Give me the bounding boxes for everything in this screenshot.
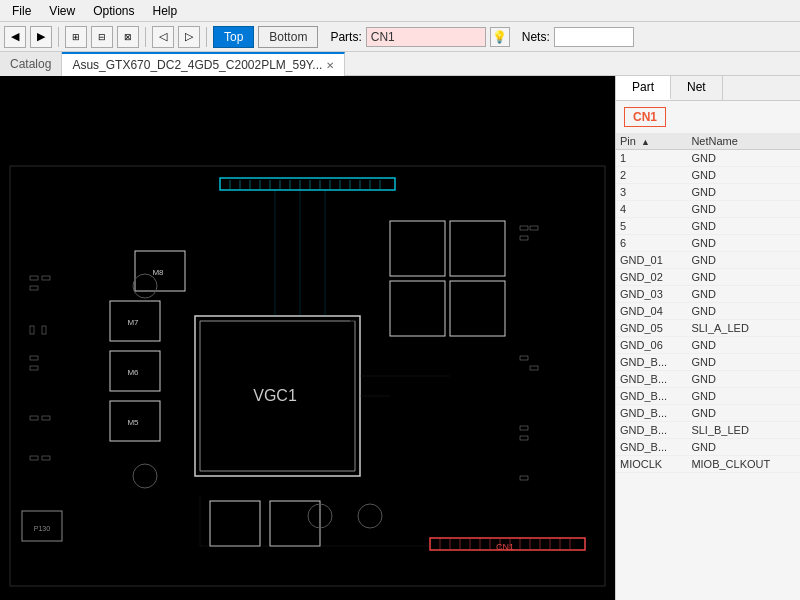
menubar: File View Options Help xyxy=(0,0,800,22)
right-panel: Part Net CN1 Pin ▲ NetName xyxy=(615,76,800,600)
tool-btn-4[interactable]: ◁ xyxy=(152,26,174,48)
pin-cell: GND_B... xyxy=(616,405,687,422)
pin-cell: 6 xyxy=(616,235,687,252)
net-cell: GND xyxy=(687,201,800,218)
table-row[interactable]: GND_B...GND xyxy=(616,439,800,456)
table-row[interactable]: GND_B...GND xyxy=(616,371,800,388)
col-netname[interactable]: NetName xyxy=(687,133,800,150)
table-row[interactable]: 4GND xyxy=(616,201,800,218)
table-row[interactable]: GND_B...GND xyxy=(616,405,800,422)
forward-button[interactable]: ▶ xyxy=(30,26,52,48)
table-row[interactable]: GND_03GND xyxy=(616,286,800,303)
separator-3 xyxy=(206,27,207,47)
pin-cell: GND_B... xyxy=(616,439,687,456)
table-row[interactable]: 3GND xyxy=(616,184,800,201)
svg-text:P130: P130 xyxy=(34,525,50,532)
net-table[interactable]: Pin ▲ NetName 1GND2GND3GND4GND5GND6GNDGN… xyxy=(616,133,800,600)
pin-cell: GND_B... xyxy=(616,371,687,388)
back-button[interactable]: ◀ xyxy=(4,26,26,48)
menu-file[interactable]: File xyxy=(4,2,39,20)
col-pin[interactable]: Pin ▲ xyxy=(616,133,687,150)
net-cell: GND xyxy=(687,371,800,388)
net-cell: GND xyxy=(687,439,800,456)
tab-catalog[interactable]: Catalog xyxy=(0,52,62,76)
nets-label: Nets: xyxy=(522,30,550,44)
part-badge: CN1 xyxy=(624,107,666,127)
pin-cell: GND_B... xyxy=(616,422,687,439)
pin-cell: GND_06 xyxy=(616,337,687,354)
pin-cell: GND_04 xyxy=(616,303,687,320)
separator-2 xyxy=(145,27,146,47)
net-cell: GND xyxy=(687,337,800,354)
svg-text:M5: M5 xyxy=(127,418,139,427)
pin-cell: GND_01 xyxy=(616,252,687,269)
part-name-section: CN1 xyxy=(616,101,800,133)
table-row[interactable]: GND_B...SLI_B_LED xyxy=(616,422,800,439)
pin-cell: 4 xyxy=(616,201,687,218)
view-top-button[interactable]: Top xyxy=(213,26,254,48)
table-row[interactable]: 6GND xyxy=(616,235,800,252)
net-cell: GND xyxy=(687,269,800,286)
tab-active[interactable]: Asus_GTX670_DC2_4GD5_C2002PLM_59Y... ✕ xyxy=(62,52,345,76)
table-row[interactable]: 5GND xyxy=(616,218,800,235)
table-row[interactable]: MIOCLKMIOB_CLKOUT xyxy=(616,456,800,473)
pin-cell: GND_B... xyxy=(616,388,687,405)
table-row[interactable]: GND_B...GND xyxy=(616,354,800,371)
net-cell: SLI_A_LED xyxy=(687,320,800,337)
net-cell: GND xyxy=(687,218,800,235)
svg-rect-0 xyxy=(0,76,615,600)
net-cell: GND xyxy=(687,252,800,269)
svg-text:M7: M7 xyxy=(127,318,139,327)
toolbar: ◀ ▶ ⊞ ⊟ ⊠ ◁ ▷ Top Bottom Parts: 💡 Nets: xyxy=(0,22,800,52)
tool-btn-5[interactable]: ▷ xyxy=(178,26,200,48)
tool-btn-1[interactable]: ⊞ xyxy=(65,26,87,48)
table-row[interactable]: GND_04GND xyxy=(616,303,800,320)
pin-cell: 3 xyxy=(616,184,687,201)
pin-net-table: Pin ▲ NetName 1GND2GND3GND4GND5GND6GNDGN… xyxy=(616,133,800,473)
table-row[interactable]: GND_06GND xyxy=(616,337,800,354)
net-cell: GND xyxy=(687,167,800,184)
separator-1 xyxy=(58,27,59,47)
net-cell: GND xyxy=(687,235,800,252)
menu-help[interactable]: Help xyxy=(145,2,186,20)
pin-cell: GND_B... xyxy=(616,354,687,371)
tool-btn-3[interactable]: ⊠ xyxy=(117,26,139,48)
menu-options[interactable]: Options xyxy=(85,2,142,20)
main-area: VGC1 xyxy=(0,76,800,600)
table-row[interactable]: GND_B...GND xyxy=(616,388,800,405)
net-cell: GND xyxy=(687,354,800,371)
tab-net[interactable]: Net xyxy=(671,76,723,100)
pin-cell: GND_05 xyxy=(616,320,687,337)
active-tab-label: Asus_GTX670_DC2_4GD5_C2002PLM_59Y... xyxy=(72,58,322,72)
svg-text:M8: M8 xyxy=(152,268,164,277)
bulb-button[interactable]: 💡 xyxy=(490,27,510,47)
net-cell: GND xyxy=(687,388,800,405)
table-row[interactable]: GND_02GND xyxy=(616,269,800,286)
pin-cell: MIOCLK xyxy=(616,456,687,473)
tab-close-button[interactable]: ✕ xyxy=(326,60,334,71)
net-cell: GND xyxy=(687,303,800,320)
table-row[interactable]: GND_01GND xyxy=(616,252,800,269)
table-row[interactable]: 2GND xyxy=(616,167,800,184)
pin-cell: GND_02 xyxy=(616,269,687,286)
pin-table-body: 1GND2GND3GND4GND5GND6GNDGND_01GNDGND_02G… xyxy=(616,150,800,473)
table-row[interactable]: 1GND xyxy=(616,150,800,167)
svg-text:CN1: CN1 xyxy=(496,542,514,552)
table-row[interactable]: GND_05SLI_A_LED xyxy=(616,320,800,337)
net-cell: GND xyxy=(687,286,800,303)
pcb-canvas[interactable]: VGC1 xyxy=(0,76,615,600)
pin-cell: 5 xyxy=(616,218,687,235)
net-cell: GND xyxy=(687,184,800,201)
parts-input[interactable] xyxy=(366,27,486,47)
tool-btn-2[interactable]: ⊟ xyxy=(91,26,113,48)
view-bottom-button[interactable]: Bottom xyxy=(258,26,318,48)
pin-cell: 1 xyxy=(616,150,687,167)
catalog-tab-label: Catalog xyxy=(10,57,51,71)
nets-input[interactable] xyxy=(554,27,634,47)
menu-view[interactable]: View xyxy=(41,2,83,20)
pin-cell: GND_03 xyxy=(616,286,687,303)
svg-text:M6: M6 xyxy=(127,368,139,377)
pin-cell: 2 xyxy=(616,167,687,184)
tab-part[interactable]: Part xyxy=(616,76,671,100)
net-cell: SLI_B_LED xyxy=(687,422,800,439)
